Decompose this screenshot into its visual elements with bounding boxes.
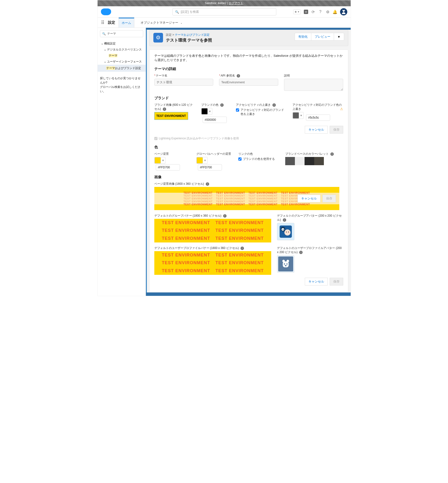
info-icon[interactable]: i [272, 103, 276, 107]
global-header-bg-picker[interactable]: ▼ [196, 157, 208, 164]
brand-color-label: ブランドの色 i [201, 103, 230, 107]
user-avatar[interactable] [340, 8, 347, 16]
page-bg-image-label: ページ背景画像 (1800 x 360 ピクセル) i [154, 182, 343, 186]
gear-icon[interactable]: ⚙ [326, 10, 330, 14]
sandbox-text: Sandbox: ikebe2 | [205, 1, 229, 5]
info-icon[interactable]: i [206, 182, 209, 186]
palette-swatch [295, 157, 304, 165]
intro-text: テーマは組織のブランドを表す色と画像のセットです。独自のテーマを作成したり、Sa… [154, 54, 343, 62]
palette-label: ブランドベースのカラーパレット i [285, 152, 343, 156]
page-bg-image-preview[interactable]: TEST ENVIRONMENTTEST ENVIRONMENTTEST ENV… [154, 187, 339, 210]
question-icon[interactable]: ? [318, 10, 323, 14]
tree-theme[interactable]: テーマ [100, 53, 143, 59]
brand-color-picker[interactable]: ▼ [201, 108, 213, 115]
svg-point-1 [342, 10, 343, 11]
description-input[interactable] [284, 79, 343, 91]
save-button[interactable]: 保存 [330, 278, 343, 285]
sync-icon[interactable]: ⟳ [311, 10, 315, 14]
tree-feature-settings[interactable]: ⌄ 機能設定 [100, 40, 143, 47]
svg-point-5 [286, 232, 287, 233]
preview-button[interactable]: プレビュー [311, 33, 334, 40]
info-icon[interactable]: i [330, 152, 334, 156]
svg-point-6 [288, 232, 289, 233]
breadcrumb: 設定 > テーマおよびブランド設定 [166, 33, 212, 37]
theme-name-label: テーマ名 [154, 74, 214, 78]
quickfind-value: テーマ [107, 32, 116, 36]
theme-name-input[interactable] [154, 79, 214, 86]
cancel-button[interactable]: キャンセル [305, 126, 328, 134]
app-launcher-icon[interactable]: ⠿ [101, 20, 104, 26]
user-avatar-preview[interactable] [277, 255, 294, 273]
user-banner-preview[interactable]: TEST ENVIRONMENTTEST ENVIRONMENT TEST EN… [154, 251, 272, 275]
section-theme-details: テーマの詳細 [154, 67, 343, 71]
setup-sidebar: 🔍 テーマ ⌄ 機能設定 ⌄ デジタルエクスペリエンス テーマ ⌄ ユーザーイン… [97, 28, 146, 296]
a11y-color-picker[interactable]: ▼ [292, 112, 304, 119]
tree-user-interface[interactable]: ⌄ ユーザーインターフェース [100, 59, 143, 65]
svg-point-13 [287, 263, 288, 265]
api-name-input[interactable] [219, 79, 278, 86]
nav-bar: ⠿ 設定 ホーム オブジェクトマネージャー ⌄ [97, 17, 351, 28]
info-icon[interactable]: i [283, 218, 286, 222]
cancel-button[interactable]: キャンセル [297, 195, 320, 202]
chevron-down-icon: ⌄ [180, 22, 182, 24]
search-icon: 🔍 [175, 10, 179, 14]
sandbox-banner: Sandbox: ikebe2 | ログアウト [97, 0, 351, 6]
info-icon[interactable]: i [237, 74, 240, 78]
brand-color-hex[interactable]: #000000 [203, 117, 227, 123]
tab-home[interactable]: ホーム [119, 18, 134, 28]
tree-themes-and-branding[interactable]: テーマおよびブランド設定 [97, 65, 146, 72]
cancel-button[interactable]: キャンセル [305, 278, 328, 285]
brand-palette [285, 157, 343, 165]
svg-point-4 [285, 229, 290, 235]
lightning-brand-checkbox [154, 137, 158, 140]
palette-swatch [314, 157, 324, 165]
global-search[interactable]: 🔍 [設定] を検索 [172, 8, 276, 16]
tab-object-manager[interactable]: オブジェクトマネージャー ⌄ [138, 18, 185, 27]
user-banner-label: デフォルトのユーザープロファイルバナー (1800 x 360 ピクセル) i [154, 246, 272, 250]
bell-icon[interactable]: 🔔 [333, 10, 337, 14]
palette-swatch [285, 157, 295, 165]
info-icon[interactable]: i [299, 251, 303, 254]
salesforce-logo-icon[interactable] [101, 8, 111, 15]
user-avatar-label: デフォルトのユーザープロファイルアバター (200 x 200 ピクセル) i [277, 246, 343, 254]
description-label: 説明 [284, 74, 343, 78]
tree-digital-experience[interactable]: ⌄ デジタルエクスペリエンス [100, 47, 143, 53]
use-brand-link-checkbox[interactable] [238, 157, 241, 161]
group-avatar-preview[interactable] [277, 223, 294, 240]
crumb-theming-link[interactable]: テーマおよびブランド設定 [175, 33, 210, 36]
content-panel: テーマは組織のブランドを表す色と画像のセットです。独自のテーマを作成したり、Sa… [149, 49, 348, 292]
favorite-dropdown[interactable]: ★ ▼ [293, 9, 301, 14]
a11y-override-label: アクセシビリティの上書き i [236, 103, 287, 107]
page-bg-picker[interactable]: ▼ [154, 157, 166, 164]
page-bg-label: ページ背景 [154, 152, 191, 156]
plus-icon[interactable]: ＋ [304, 10, 308, 14]
global-header: 🔍 [設定] を検索 ★ ▼ ＋ ⟳ ? ⚙ 🔔 [97, 6, 351, 17]
page-bg-hex[interactable]: #FFD700 [156, 164, 180, 170]
activate-button[interactable]: 有効化 [295, 33, 311, 40]
sidebar-help-text: 探しているものが見つかりませんか? グローバル検索をお試しください。 [100, 76, 143, 93]
link-color-label: リンクの色 [238, 152, 280, 156]
api-name-label: API 参照名 i [219, 74, 278, 78]
group-banner-preview[interactable]: TEST ENVIRONMENTTEST ENVIRONMENT TEST EN… [154, 219, 272, 242]
quickfind-input[interactable]: 🔍 テーマ [100, 30, 143, 37]
info-icon[interactable]: i [220, 103, 224, 107]
svg-point-8 [283, 229, 284, 230]
gear-icon: ⚙ [153, 33, 163, 42]
svg-point-14 [285, 265, 287, 266]
section-brand: ブランド [154, 96, 343, 100]
info-icon[interactable]: i [240, 247, 244, 250]
global-header-bg-label: グローバルヘッダーの背景 [196, 152, 232, 156]
save-button[interactable]: 保存 [322, 195, 336, 202]
header-menu-button[interactable]: ▼ [334, 33, 344, 40]
group-banner-label: デフォルトのグループバナー (1800 x 360 ピクセル) i [154, 214, 272, 218]
info-icon[interactable]: i [223, 214, 226, 217]
warning-icon: ⚠ [340, 107, 343, 111]
section-colors: 色 [154, 145, 343, 150]
save-button[interactable]: 保存 [330, 126, 343, 134]
a11y-override-checkbox[interactable] [236, 108, 239, 112]
global-header-bg-hex[interactable]: #FFD700 [198, 164, 222, 170]
brand-image-preview[interactable]: TEST ENVIRONMENT [154, 112, 188, 120]
info-icon[interactable]: i [163, 107, 166, 111]
logout-link[interactable]: ログアウト [229, 1, 243, 5]
a11y-color-hex[interactable]: #5c5c5c [306, 114, 330, 121]
